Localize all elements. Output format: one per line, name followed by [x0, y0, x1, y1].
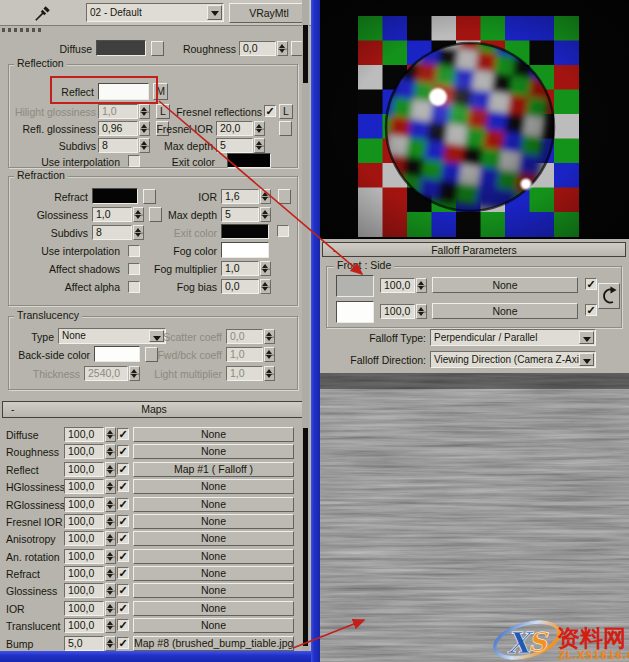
map-amount-spinner[interactable] [105, 583, 116, 598]
eyedropper-icon[interactable] [34, 3, 52, 23]
map-slot-button[interactable]: Map #8 (brushed_bump_tiable.jpg) [133, 636, 294, 651]
map-slot-button[interactable]: None [133, 618, 294, 633]
map-amount-spinner[interactable] [105, 618, 116, 633]
map-enabled-checkbox[interactable] [117, 637, 129, 649]
reflect-map-button[interactable]: M [153, 83, 168, 100]
falloff-direction-select[interactable]: Viewing Direction (Camera Z-Axis) [430, 351, 596, 368]
falloff-collapse-toggle[interactable]: - [333, 243, 337, 257]
map-enabled-checkbox[interactable] [117, 532, 129, 544]
falloff-type-select[interactable]: Perpendicular / Parallel [430, 329, 596, 346]
map-amount-spinner[interactable] [105, 444, 116, 459]
backside-color-swatch[interactable] [94, 346, 140, 362]
map-slot-button[interactable]: None [133, 514, 294, 529]
map-enabled-checkbox[interactable] [117, 515, 129, 527]
scatter-coeff-spinner[interactable] [264, 329, 275, 344]
map-amount-field[interactable]: 100,0 [64, 444, 104, 459]
map-amount-field[interactable]: 100,0 [64, 618, 104, 633]
map-amount-spinner[interactable] [105, 549, 116, 564]
map-amount-spinner[interactable] [105, 514, 116, 529]
maps-collapse-toggle[interactable]: - [11, 402, 15, 417]
map-amount-field[interactable]: 100,0 [64, 427, 104, 442]
fresnel-ior-map-button[interactable] [279, 121, 292, 136]
fog-bias-spinner[interactable] [260, 279, 271, 294]
map-amount-field[interactable]: 100,0 [64, 601, 104, 616]
material-class-button[interactable]: VRayMtl [229, 3, 309, 23]
map-enabled-checkbox[interactable] [117, 498, 129, 510]
map-enabled-checkbox[interactable] [117, 480, 129, 492]
falloff-side-map-button[interactable]: None [432, 303, 578, 319]
map-amount-field[interactable]: 100,0 [64, 497, 104, 512]
map-enabled-checkbox[interactable] [117, 550, 129, 562]
map-amount-spinner[interactable] [105, 636, 116, 651]
map-enabled-checkbox[interactable] [117, 602, 129, 614]
falloff-side-amount-field[interactable]: 100,0 [380, 304, 415, 319]
map-enabled-checkbox[interactable] [117, 584, 129, 596]
thickness-spinner[interactable] [129, 366, 140, 381]
falloff-side-checkbox[interactable] [585, 304, 597, 316]
map-amount-spinner[interactable] [105, 427, 116, 442]
refraction-max-depth-field[interactable]: 5 [221, 207, 259, 222]
thickness-field[interactable]: 2540,0 [84, 366, 128, 381]
map-enabled-checkbox[interactable] [117, 445, 129, 457]
panel-scrollbar-thumb[interactable] [303, 25, 308, 83]
fwd-bck-coeff-field[interactable]: 1,0 [226, 347, 263, 362]
map-amount-spinner[interactable] [105, 479, 116, 494]
map-amount-spinner[interactable] [105, 497, 116, 512]
maps-scrollbar-thumb[interactable] [303, 428, 308, 646]
fresnel-lock-button[interactable]: L [279, 104, 293, 119]
refraction-exit-color-swatch[interactable] [221, 224, 269, 239]
reflection-exit-color-swatch[interactable] [227, 153, 271, 168]
maps-rollout-header[interactable]: - Maps [2, 401, 306, 418]
material-name-select[interactable]: 02 - Default [86, 3, 224, 22]
map-slot-button[interactable]: None [133, 497, 294, 512]
map-enabled-checkbox[interactable] [117, 567, 129, 579]
map-amount-field[interactable]: 100,0 [64, 531, 104, 546]
refraction-max-depth-spinner[interactable] [260, 207, 271, 222]
hilight-glossiness-spinner[interactable] [139, 104, 150, 119]
falloff-front-checkbox[interactable] [585, 278, 597, 290]
map-slot-button[interactable]: None [133, 444, 294, 459]
refraction-exit-color-checkbox[interactable] [277, 225, 289, 237]
map-enabled-checkbox[interactable] [117, 463, 129, 475]
fwd-bck-coeff-spinner[interactable] [264, 347, 275, 362]
map-slot-button[interactable]: Map #1 ( Falloff ) [133, 462, 294, 477]
fresnel-reflections-checkbox[interactable] [264, 105, 276, 117]
chevron-down-icon[interactable] [579, 331, 594, 344]
map-amount-field[interactable]: 100,0 [64, 462, 104, 477]
diffuse-map-button[interactable] [151, 41, 164, 56]
map-amount-spinner[interactable] [105, 462, 116, 477]
swap-colors-button[interactable] [598, 283, 620, 309]
fog-color-swatch[interactable] [221, 242, 269, 258]
map-slot-button[interactable]: None [133, 427, 294, 442]
diffuse-color-swatch[interactable] [96, 40, 146, 56]
map-slot-button[interactable]: None [133, 601, 294, 616]
falloff-side-spinner[interactable] [416, 304, 427, 319]
map-amount-field[interactable]: 100,0 [64, 549, 104, 564]
ior-spinner[interactable] [260, 189, 271, 204]
map-amount-field[interactable]: 100,0 [64, 479, 104, 494]
fog-bias-field[interactable]: 0,0 [221, 279, 259, 294]
map-slot-button[interactable]: None [133, 566, 294, 581]
map-slot-button[interactable]: None [133, 531, 294, 546]
fresnel-ior-spinner[interactable] [254, 121, 265, 136]
falloff-rollout-header[interactable]: - Falloff Parameters [322, 242, 626, 257]
map-amount-spinner[interactable] [105, 531, 116, 546]
falloff-front-color-swatch[interactable] [336, 275, 374, 297]
hilight-glossiness-field[interactable]: 1,0 [98, 104, 138, 119]
falloff-side-color-swatch[interactable] [336, 301, 374, 323]
ior-map-button[interactable] [278, 189, 291, 204]
map-slot-button[interactable]: None [133, 583, 294, 598]
map-slot-button[interactable]: None [133, 549, 294, 564]
roughness-field[interactable]: 0,0 [239, 41, 276, 56]
map-enabled-checkbox[interactable] [117, 619, 129, 631]
map-amount-spinner[interactable] [105, 566, 116, 581]
fresnel-ior-field[interactable]: 20,0 [216, 121, 253, 136]
falloff-front-spinner[interactable] [416, 278, 427, 293]
reflect-color-swatch[interactable] [98, 83, 149, 100]
light-multiplier-field[interactable]: 1,0 [226, 366, 263, 381]
map-amount-field[interactable]: 5,0 [64, 636, 104, 651]
ior-field[interactable]: 1,6 [221, 189, 259, 204]
falloff-front-map-button[interactable]: None [432, 277, 578, 293]
roughness-spinner[interactable] [277, 41, 288, 56]
chevron-down-icon[interactable] [207, 5, 222, 20]
